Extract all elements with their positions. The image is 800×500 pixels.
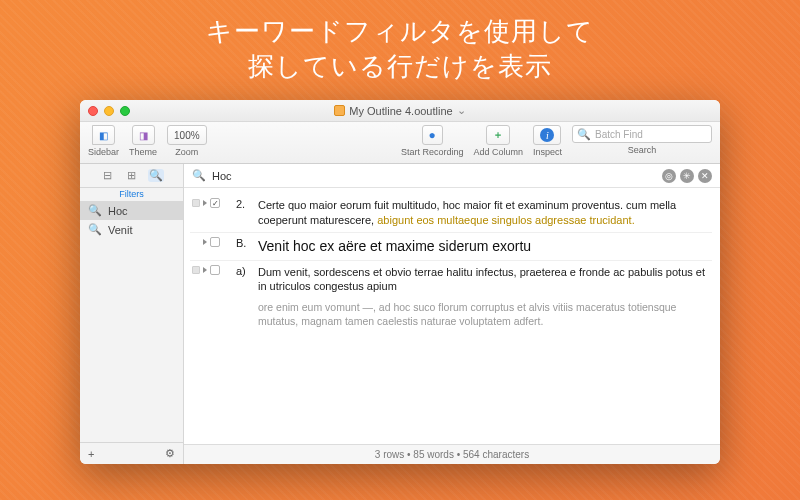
row-handle-icon[interactable] <box>192 266 200 274</box>
main-area: 🔍 Hoc ◎ ✳ ✕ 2. Certe quo <box>184 164 720 464</box>
row-checkbox[interactable] <box>210 237 220 247</box>
close-button[interactable] <box>88 106 98 116</box>
promo-line-2: 探している行だけを表示 <box>0 49 800 84</box>
toolbar-zoom-group: 100% Zoom <box>167 125 207 157</box>
magnifier-icon: 🔍 <box>192 169 206 182</box>
row-text[interactable]: Certe quo maior eorum fuit multitudo, ho… <box>258 198 710 228</box>
window-titlebar[interactable]: My Outline 4.ooutline ⌄ <box>80 100 720 122</box>
theme-button[interactable]: ◨ <box>132 125 155 145</box>
sidebar-tabs: ⊟ ⊞ 🔍 <box>80 164 183 188</box>
app-window: My Outline 4.ooutline ⌄ ◧ Sidebar ◨ Them… <box>80 100 720 464</box>
promo-line-1: キーワードフィルタを使用して <box>0 14 800 49</box>
document-icon <box>334 105 345 116</box>
sidebar-action-menu[interactable]: ⚙︎ <box>165 447 175 460</box>
start-recording-label: Start Recording <box>401 147 464 157</box>
toolbar-theme-group: ◨ Theme <box>129 125 157 157</box>
plus-icon: ＋ <box>493 128 503 142</box>
status-text: 3 rows • 85 words • 564 characters <box>375 449 529 460</box>
sidebar-footer: + ⚙︎ <box>80 442 183 464</box>
filter-query[interactable]: Hoc <box>212 170 232 182</box>
toolbar-record-group: ● Start Recording <box>401 125 464 157</box>
filter-bar: 🔍 Hoc ◎ ✳ ✕ <box>184 164 720 188</box>
microphone-icon: ● <box>429 128 436 142</box>
zoom-value: 100% <box>174 130 200 141</box>
sidebar-item-label: Hoc <box>108 205 128 217</box>
outline-row[interactable]: 2. Certe quo maior eorum fuit multitudo,… <box>190 194 712 232</box>
sidebar-tab-filters-icon[interactable]: 🔍 <box>148 169 164 182</box>
window-title[interactable]: My Outline 4.ooutline ⌄ <box>334 104 465 117</box>
zoom-select[interactable]: 100% <box>167 125 207 145</box>
inspect-label: Inspect <box>533 147 562 157</box>
toolbar-addcol-group: ＋ Add Column <box>473 125 523 157</box>
zoom-label: Zoom <box>175 147 198 157</box>
filter-target-icon[interactable]: ◎ <box>662 169 676 183</box>
start-recording-button[interactable]: ● <box>422 125 443 145</box>
add-column-label: Add Column <box>473 147 523 157</box>
filter-clear-icon[interactable]: ✕ <box>698 169 712 183</box>
filter-settings-icon[interactable]: ✳ <box>680 169 694 183</box>
info-icon: i <box>540 128 554 142</box>
sidebar-item-label: Venit <box>108 224 132 236</box>
title-dropdown-icon[interactable]: ⌄ <box>457 104 466 117</box>
disclosure-icon[interactable] <box>203 200 207 206</box>
inspect-button[interactable]: i <box>533 125 561 145</box>
search-input[interactable]: 🔍 Batch Find <box>572 125 712 143</box>
search-label: Search <box>628 145 657 155</box>
disclosure-icon[interactable] <box>203 239 207 245</box>
zoom-button[interactable] <box>120 106 130 116</box>
sidebar-tab-sections-icon[interactable]: ⊟ <box>100 169 116 182</box>
outline-row[interactable]: B. Venit hoc ex aëre et maxime siderum e… <box>190 232 712 260</box>
sidebar-item-venit[interactable]: 🔍 Venit <box>80 220 183 239</box>
row-marker: a) <box>236 265 254 277</box>
row-text[interactable]: Dum venit, sordescens et obvio terrae ha… <box>258 265 710 329</box>
magnifier-icon: 🔍 <box>88 204 102 217</box>
minimize-button[interactable] <box>104 106 114 116</box>
row-handle-icon[interactable] <box>192 199 200 207</box>
row-marker: 2. <box>236 198 254 210</box>
search-placeholder: Batch Find <box>595 129 643 140</box>
toolbar-inspect-group: i Inspect <box>533 125 562 157</box>
row-note[interactable]: ore enim eum vomunt —, ad hoc suco floru… <box>258 300 710 328</box>
toolbar: ◧ Sidebar ◨ Theme 100% Zoom ● Start Reco… <box>80 122 720 164</box>
disclosure-icon[interactable] <box>203 267 207 273</box>
magnifier-icon: 🔍 <box>88 223 102 236</box>
row-marker: B. <box>236 237 254 249</box>
status-bar: 3 rows • 85 words • 564 characters <box>184 444 720 464</box>
theme-label: Theme <box>129 147 157 157</box>
sidebar-section-label: Filters <box>80 189 183 199</box>
toolbar-sidebar-group: ◧ Sidebar <box>88 125 119 157</box>
sidebar-item-hoc[interactable]: 🔍 Hoc <box>80 201 183 220</box>
sidebar-tab-styles-icon[interactable]: ⊞ <box>124 169 140 182</box>
window-title-text: My Outline 4.ooutline <box>349 105 452 117</box>
toolbar-search-group: 🔍 Batch Find Search <box>572 125 712 155</box>
sidebar: ⊟ ⊞ 🔍 Filters 🔍 Hoc 🔍 Venit + ⚙︎ <box>80 164 184 464</box>
traffic-lights <box>88 106 130 116</box>
add-filter-button[interactable]: + <box>88 448 94 460</box>
outline-row[interactable]: a) Dum venit, sordescens et obvio terrae… <box>190 260 712 333</box>
sidebar-label: Sidebar <box>88 147 119 157</box>
row-checkbox[interactable] <box>210 265 220 275</box>
row-checkbox[interactable] <box>210 198 220 208</box>
outline-rows: 2. Certe quo maior eorum fuit multitudo,… <box>184 188 720 444</box>
promo-overlay: キーワードフィルタを使用して 探している行だけを表示 <box>0 0 800 84</box>
add-column-button[interactable]: ＋ <box>486 125 510 145</box>
search-icon: 🔍 <box>577 128 591 141</box>
sidebar-toggle-button[interactable]: ◧ <box>92 125 115 145</box>
row-text[interactable]: Venit hoc ex aëre et maxime siderum exor… <box>258 237 710 256</box>
